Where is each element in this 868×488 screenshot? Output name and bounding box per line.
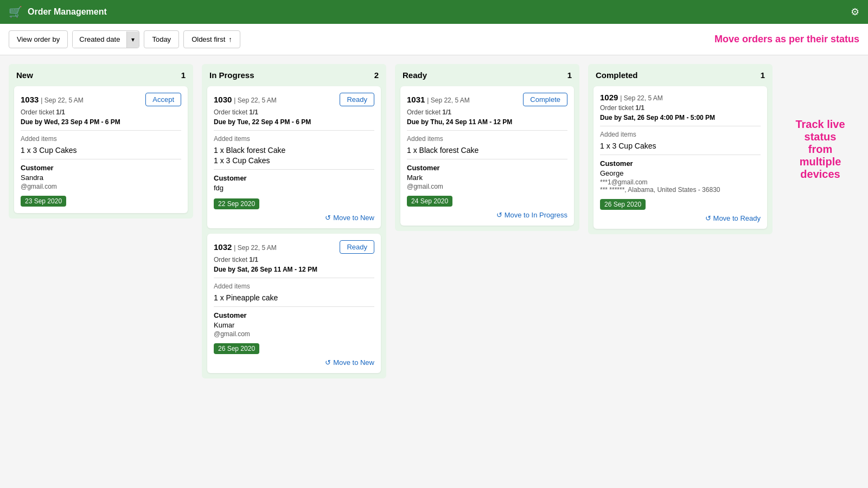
toolbar: View order by Created date ▾ Today Oldes…: [0, 24, 868, 55]
customer-name: fdg: [214, 184, 374, 192]
card-ticket: Order ticket 1/1: [214, 108, 374, 116]
sort-field-arrow-icon[interactable]: ▾: [126, 31, 139, 48]
card-id-date: 1029 | Sep 22, 5 AM: [600, 93, 663, 102]
card-date-badge: 22 Sep 2020: [214, 198, 259, 209]
customer-address: *** ******, Alabama, United States - 368…: [600, 186, 761, 194]
settings-icon[interactable]: ⚙: [851, 6, 859, 18]
card-added-label: Added items: [214, 135, 374, 143]
move-status-button[interactable]: ↺ Move to In Progress: [496, 211, 567, 219]
card-date: | Sep 22, 5 AM: [620, 94, 663, 102]
date-filter-button[interactable]: Today: [144, 30, 179, 48]
customer-label: Customer: [21, 164, 181, 172]
card-ticket: Order ticket 1/1: [214, 256, 374, 264]
card-action-button[interactable]: Complete: [523, 93, 567, 106]
move-label: Move to In Progress: [505, 211, 567, 219]
refresh-icon: ↺: [705, 214, 711, 222]
card-date: | Sep 22, 5 AM: [41, 97, 84, 104]
card-id: 1031: [407, 95, 425, 104]
card-added-label: Added items: [21, 135, 181, 143]
card-date-badge: 26 Sep 2020: [214, 343, 259, 354]
column-header-completed: Completed1: [588, 64, 773, 86]
sort-order-icon: ↑: [228, 35, 232, 43]
order-card: 1032 | Sep 22, 5 AM Ready Order ticket 1…: [207, 234, 381, 373]
card-id: 1032: [214, 242, 232, 252]
card-move-action: ↺ Move to New: [214, 214, 374, 222]
move-label: Move to Ready: [713, 214, 761, 222]
app-title: Order Management: [28, 7, 107, 17]
customer-email: @gmail.com: [407, 183, 567, 190]
customer-label: Customer: [214, 311, 374, 319]
column-body-completed: 1029 | Sep 22, 5 AM Order ticket 1/1 Due…: [588, 86, 773, 234]
divider: [407, 130, 567, 131]
order-card: 1031 | Sep 22, 5 AM Complete Order ticke…: [400, 86, 574, 226]
card-move-action: ↺ Move to Ready: [600, 214, 761, 222]
card-move-action: ↺ Move to New: [214, 358, 374, 367]
card-id: 1030: [214, 95, 232, 104]
card-action-button[interactable]: Accept: [145, 93, 181, 106]
card-top: 1029 | Sep 22, 5 AM: [600, 93, 761, 102]
customer-name: Mark: [407, 174, 567, 182]
move-status-button[interactable]: ↺ Move to New: [325, 358, 374, 367]
divider: [214, 169, 374, 170]
card-ticket: Order ticket 1/1: [600, 104, 761, 112]
card-due: Due by Wed, 23 Sep 4 PM - 6 PM: [21, 118, 181, 126]
divider: [21, 130, 181, 131]
column-count: 1: [181, 70, 186, 80]
card-id-date: 1030 | Sep 22, 5 AM: [214, 95, 277, 104]
column-title: Ready: [403, 70, 427, 80]
card-date-badge: 23 Sep 2020: [21, 196, 66, 207]
divider: [214, 306, 374, 307]
sort-field-label: Created date: [73, 31, 126, 48]
card-top: 1033 | Sep 22, 5 AM Accept: [21, 93, 181, 106]
promo-bottom-text: Track live status from multiple devices: [792, 118, 848, 181]
card-id-date: 1031 | Sep 22, 5 AM: [407, 95, 470, 104]
customer-name: Sandra: [21, 174, 181, 182]
card-item: 1 x 3 Cup Cakes: [600, 142, 761, 150]
card-action-button[interactable]: Ready: [340, 93, 374, 106]
card-added-label: Added items: [407, 135, 567, 143]
column-in-progress: In Progress2 1030 | Sep 22, 5 AM Ready O…: [202, 64, 386, 378]
card-date-badge: 24 Sep 2020: [407, 196, 452, 207]
card-item: 1 x Black forest Cake: [214, 146, 374, 155]
card-due: Due by Sat, 26 Sep 4:00 PM - 5:00 PM: [600, 114, 761, 121]
card-top: 1032 | Sep 22, 5 AM Ready: [214, 240, 374, 254]
card-date: | Sep 22, 5 AM: [427, 97, 470, 104]
column-header-in-progress: In Progress2: [202, 64, 386, 86]
customer-label: Customer: [407, 164, 567, 172]
divider: [214, 130, 374, 131]
card-added-label: Added items: [214, 282, 374, 290]
sort-field-select[interactable]: Created date ▾: [72, 30, 139, 48]
column-count: 2: [374, 70, 379, 80]
column-count: 1: [567, 70, 572, 80]
card-ticket: Order ticket 1/1: [407, 108, 567, 116]
view-order-by-button[interactable]: View order by: [9, 30, 68, 48]
card-item: 1 x 3 Cup Cakes: [21, 146, 181, 155]
column-title: New: [16, 70, 33, 80]
sort-order-button[interactable]: Oldest first ↑: [183, 30, 240, 48]
column-ready: Ready1 1031 | Sep 22, 5 AM Complete Orde…: [395, 64, 579, 231]
card-id-date: 1032 | Sep 22, 5 AM: [214, 242, 277, 252]
app-header: 🛒 Order Management ⚙: [0, 0, 868, 24]
move-status-button[interactable]: ↺ Move to New: [325, 214, 374, 222]
promo-area: Track live status from multiple devices: [781, 64, 859, 202]
card-item: 1 x 3 Cup Cakes: [214, 156, 374, 165]
card-id-date: 1033 | Sep 22, 5 AM: [21, 95, 84, 104]
customer-name: George: [600, 169, 761, 177]
card-date: | Sep 22, 5 AM: [234, 244, 277, 252]
column-completed: Completed1 1029 | Sep 22, 5 AM Order tic…: [588, 64, 773, 234]
customer-email: @gmail.com: [214, 330, 374, 338]
card-move-action: ↺ Move to In Progress: [407, 211, 567, 219]
card-due: Due by Thu, 24 Sep 11 AM - 12 PM: [407, 118, 567, 126]
card-due: Due by Tue, 22 Sep 4 PM - 6 PM: [214, 118, 374, 126]
order-card: 1033 | Sep 22, 5 AM Accept Order ticket …: [14, 86, 188, 213]
card-date: | Sep 22, 5 AM: [234, 97, 277, 104]
customer-email: @gmail.com: [21, 183, 181, 190]
customer-email: ***1@gmail.com: [600, 178, 761, 186]
column-new: New1 1033 | Sep 22, 5 AM Accept Order ti…: [9, 64, 193, 219]
move-label: Move to New: [333, 358, 374, 367]
move-status-button[interactable]: ↺ Move to Ready: [705, 214, 761, 222]
promo-header-text: Move orders as per their status: [714, 34, 859, 45]
column-header-new: New1: [9, 64, 193, 86]
kanban-board: New1 1033 | Sep 22, 5 AM Accept Order ti…: [0, 55, 868, 387]
card-action-button[interactable]: Ready: [340, 240, 374, 254]
